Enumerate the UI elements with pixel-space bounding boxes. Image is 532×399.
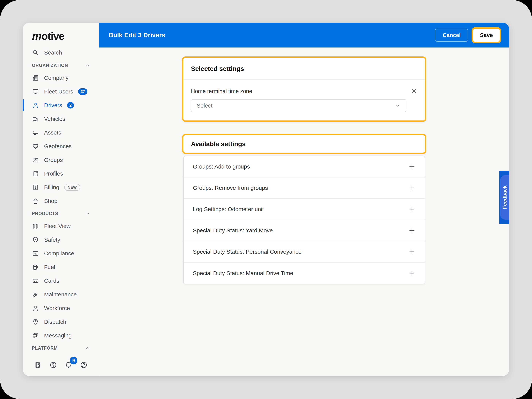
guide-button[interactable] — [34, 361, 42, 369]
list-item-manual-drive-time[interactable]: Special Duty Status: Manual Drive Time — [184, 263, 425, 284]
topbar: Bulk Edit 3 Drivers Cancel Save — [99, 23, 509, 48]
sidebar-item-label: Fleet Users — [44, 88, 73, 95]
new-tag: NEW — [64, 184, 80, 191]
content-area: Selected settings Home terminal time zon… — [99, 48, 509, 376]
dispatch-pin-icon — [32, 318, 39, 325]
save-button-label: Save — [480, 32, 493, 38]
sidebar-item-company[interactable]: Company — [23, 71, 99, 85]
sidebar-item-label: Workforce — [44, 305, 70, 311]
notification-count-badge: 9 — [70, 357, 77, 364]
sidebar-item-fuel[interactable]: Fuel — [23, 260, 99, 274]
trailer-icon — [32, 129, 39, 136]
sidebar-item-label: Cards — [44, 278, 59, 284]
sidebar-item-safety[interactable]: Safety — [23, 233, 99, 247]
available-settings-card: Available settings — [182, 134, 426, 154]
selected-settings-title: Selected settings — [183, 58, 425, 79]
sidebar-item-fleet-view[interactable]: Fleet View — [23, 219, 99, 233]
field-row: Home terminal time zone — [191, 88, 418, 95]
shield-icon — [32, 236, 39, 243]
timezone-select[interactable]: Select — [191, 99, 406, 112]
notifications-button[interactable]: 9 — [64, 361, 72, 369]
sidebar-item-workforce[interactable]: Workforce — [23, 301, 99, 315]
compliance-icon — [32, 250, 39, 257]
sidebar-item-groups[interactable]: Groups — [23, 153, 99, 167]
main-area: Bulk Edit 3 Drivers Cancel Save Selected… — [99, 23, 509, 376]
plus-icon[interactable] — [408, 270, 416, 277]
account-button[interactable] — [80, 361, 88, 369]
sidebar-item-billing[interactable]: Billing NEW — [23, 180, 99, 194]
help-button[interactable] — [49, 361, 57, 369]
list-item-remove-from-groups[interactable]: Groups: Remove from groups — [184, 177, 425, 199]
list-item-label: Log Settings: Odometer unit — [193, 206, 264, 212]
sidebar-item-label: Fleet View — [44, 223, 71, 229]
plus-icon[interactable] — [408, 206, 416, 213]
sidebar-item-dispatch[interactable]: Dispatch — [23, 315, 99, 329]
motive-logo: motive — [32, 31, 99, 41]
cancel-button[interactable]: Cancel — [435, 29, 468, 42]
person-icon — [32, 102, 39, 109]
list-item-label: Special Duty Status: Yard Move — [193, 227, 273, 234]
select-placeholder: Select — [197, 102, 212, 109]
sidebar-item-label: Vehicles — [44, 116, 65, 122]
desktop-background: motive Search ORGANIZATION Company Fleet… — [0, 0, 532, 399]
chevron-up-icon — [85, 345, 90, 351]
wrench-icon — [32, 291, 39, 298]
account-icon — [80, 361, 88, 369]
sidebar-item-label: Dispatch — [44, 319, 66, 325]
sidebar-item-vehicles[interactable]: Vehicles — [23, 112, 99, 126]
available-settings-title: Available settings — [183, 135, 425, 152]
sidebar-item-label: Billing — [44, 184, 59, 190]
sidebar-item-messaging[interactable]: Messaging — [23, 329, 99, 342]
billing-icon — [32, 184, 39, 191]
sidebar-footer: 9 — [23, 354, 99, 376]
list-item-yard-move[interactable]: Special Duty Status: Yard Move — [184, 220, 425, 241]
profiles-icon — [32, 170, 39, 177]
feedback-label: Feedback — [502, 185, 508, 209]
sidebar-item-cards[interactable]: Cards — [23, 274, 99, 288]
section-header-products[interactable]: PRODUCTS — [23, 208, 99, 219]
search-button[interactable]: Search — [23, 46, 99, 60]
fuel-pump-icon — [32, 264, 39, 271]
sidebar-item-maintenance[interactable]: Maintenance — [23, 288, 99, 301]
sidebar-item-label: Messaging — [44, 332, 72, 339]
sidebar-item-profiles[interactable]: Profiles — [23, 167, 99, 180]
count-badge: 2 — [67, 102, 74, 108]
sidebar-item-shop[interactable]: Shop — [23, 194, 99, 208]
close-icon[interactable] — [411, 88, 418, 95]
sidebar-item-label: Shop — [44, 198, 57, 204]
sidebar-item-label: Profiles — [44, 171, 63, 177]
page-title: Bulk Edit 3 Drivers — [109, 32, 165, 39]
list-item-label: Groups: Remove from groups — [193, 185, 268, 191]
truck-icon — [32, 115, 39, 123]
sidebar-item-drivers[interactable]: Drivers 2 — [23, 98, 99, 112]
feedback-tab[interactable]: Feedback — [499, 171, 509, 224]
sidebar-item-fleet-users[interactable]: Fleet Users 27 — [23, 85, 99, 98]
spacer — [99, 122, 509, 134]
list-item-personal-conveyance[interactable]: Special Duty Status: Personal Conveyance — [184, 241, 425, 263]
list-item-add-to-groups[interactable]: Groups: Add to groups — [184, 156, 425, 177]
sidebar-item-label: Safety — [44, 237, 60, 243]
save-button[interactable]: Save — [473, 29, 500, 42]
search-label: Search — [44, 49, 62, 56]
sidebar-item-geofences[interactable]: Geofences — [23, 139, 99, 153]
selected-settings-body: Home terminal time zone Select — [183, 80, 425, 120]
list-item-odometer-unit[interactable]: Log Settings: Odometer unit — [184, 199, 425, 220]
map-icon — [32, 222, 39, 230]
section-header-organization[interactable]: ORGANIZATION — [23, 60, 99, 71]
field-label: Home terminal time zone — [191, 88, 252, 95]
list-item-label: Special Duty Status: Manual Drive Time — [193, 270, 293, 276]
groups-icon — [32, 156, 39, 164]
logo-rest: otive — [41, 30, 64, 42]
plus-icon[interactable] — [408, 184, 416, 191]
sidebar-item-assets[interactable]: Assets — [23, 126, 99, 139]
sidebar-item-compliance[interactable]: Compliance — [23, 247, 99, 260]
plus-icon[interactable] — [408, 248, 416, 255]
sidebar-item-label: Company — [44, 75, 68, 81]
logo-letter-m: m — [31, 31, 43, 41]
plus-icon[interactable] — [408, 227, 416, 234]
list-item-label: Special Duty Status: Personal Conveyance — [193, 248, 302, 255]
plus-icon[interactable] — [408, 163, 416, 170]
company-icon — [32, 74, 39, 82]
section-header-platform[interactable]: PLATFORM — [23, 342, 99, 354]
messaging-icon — [32, 332, 39, 339]
